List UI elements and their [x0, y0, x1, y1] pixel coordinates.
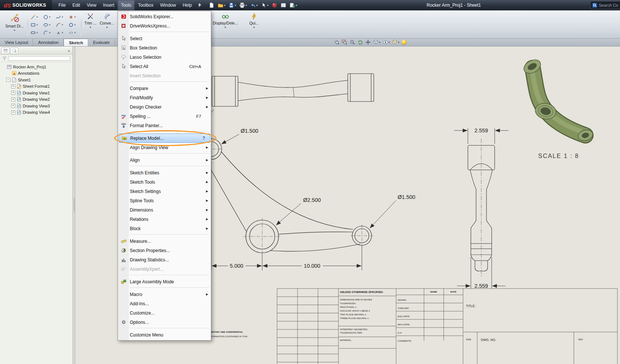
menu-item-sketch-entities[interactable]: Sketch Entities▶: [118, 168, 211, 177]
slot-tool-button[interactable]: ▾: [30, 30, 42, 36]
save-button[interactable]: ▾: [228, 2, 236, 8]
dropdown-caret-icon[interactable]: ▾: [296, 4, 297, 7]
menubar-item-window[interactable]: Window: [157, 0, 180, 10]
zoom-to-fit-button[interactable]: [334, 39, 340, 45]
tab-annotation[interactable]: Annotation: [33, 39, 64, 46]
new-document-button[interactable]: [209, 2, 215, 8]
menubar-item-tools[interactable]: Tools: [118, 0, 135, 10]
arc-tool-button[interactable]: ▾: [55, 22, 68, 28]
dropdown-caret-icon[interactable]: ▾: [235, 4, 236, 7]
pin-menu-icon[interactable]: [197, 3, 203, 8]
filter-input[interactable]: [8, 56, 70, 61]
drawing-sheet-button[interactable]: [280, 2, 286, 8]
menu-item-spline-tools[interactable]: Spline Tools▶: [118, 196, 211, 205]
help-icon[interactable]: ?: [202, 135, 205, 141]
menu-item-block[interactable]: Block▶: [118, 224, 211, 233]
dropdown-caret-icon[interactable]: ▾: [253, 26, 255, 29]
menu-item-sketch-settings[interactable]: Sketch Settings▶: [118, 187, 211, 196]
menu-item-align[interactable]: Align▶: [118, 155, 211, 165]
dropdown-caret-icon[interactable]: ▾: [36, 31, 38, 34]
quick-tips-ball-button[interactable]: [402, 40, 407, 45]
dropdown-caret-icon[interactable]: ▾: [74, 16, 76, 19]
menu-item-replace-model[interactable]: Replace Model...?: [119, 133, 210, 143]
mirror-tool-button[interactable]: ▾: [68, 30, 80, 36]
tree-item-sheet-format1[interactable]: +Sheet Format1: [0, 83, 73, 90]
text-tool-button[interactable]: A▾: [55, 30, 68, 36]
menubar-item-insert[interactable]: Insert: [100, 0, 118, 10]
expander-plus-icon[interactable]: +: [11, 97, 15, 102]
menubar-item-edit[interactable]: Edit: [69, 0, 84, 10]
dropdown-caret-icon[interactable]: ▾: [267, 4, 269, 7]
dropdown-caret-icon[interactable]: ▾: [49, 16, 51, 19]
menu-item-solidworks-explorer[interactable]: SolidWorks Explorer...: [118, 12, 211, 21]
menu-item-select-all[interactable]: Select AllCtrl+A: [118, 62, 211, 71]
featuremanager-tab[interactable]: [1, 47, 9, 54]
drawing-view-front[interactable]: [199, 137, 373, 255]
dropdown-caret-icon[interactable]: ▾: [74, 31, 76, 34]
dropdown-caret-icon[interactable]: ▾: [256, 4, 258, 7]
dropdown-caret-icon[interactable]: ▾: [389, 41, 390, 44]
expander-minus-icon[interactable]: −: [6, 78, 10, 82]
dimension-5000[interactable]: 5.000: [230, 263, 243, 269]
polygon-tool-button[interactable]: ▾: [68, 22, 80, 28]
open-button[interactable]: ▾: [218, 2, 225, 8]
expander-plus-icon[interactable]: +: [11, 110, 15, 115]
tree-item-drawing-view1[interactable]: +Drawing View1: [0, 90, 73, 96]
display-delete-relations-button[interactable]: Display/Dele... ▾: [213, 13, 238, 29]
search-input[interactable]: Search Co: [590, 1, 620, 9]
dropdown-caret-icon[interactable]: ▾: [74, 23, 76, 26]
dropdown-caret-icon[interactable]: ▾: [225, 26, 226, 29]
menu-item-box-selection[interactable]: Box Selection: [118, 43, 211, 52]
sheet-properties-button[interactable]: ▾: [289, 2, 297, 8]
spline-tool-button[interactable]: ▾: [55, 14, 68, 20]
point-tool-button[interactable]: ▾: [68, 14, 80, 20]
tree-item-sheet1[interactable]: −Sheet1: [0, 77, 73, 83]
dropdown-caret-icon[interactable]: ▾: [36, 16, 38, 19]
dimension-10000[interactable]: 10.000: [304, 263, 320, 269]
dimension-side-bottom[interactable]: 2.559: [475, 283, 488, 289]
dropdown-caret-icon[interactable]: ▾: [36, 23, 38, 26]
appearance-ball-button[interactable]: [272, 2, 277, 8]
display-style-button[interactable]: ▾: [373, 39, 380, 45]
print-button[interactable]: ▾: [239, 2, 247, 8]
hide-show-items-button[interactable]: ▾: [383, 39, 390, 45]
smart-dimension-button[interactable]: Smart Di... ▾: [3, 12, 26, 37]
tree-item-drawing-view2[interactable]: +Drawing View2: [0, 96, 73, 103]
dropdown-caret-icon[interactable]: ▾: [14, 29, 15, 32]
menu-item-section-properties[interactable]: Section Properties...: [118, 246, 211, 255]
menubar-item-view[interactable]: View: [83, 0, 100, 10]
menubar-item-help[interactable]: Help: [179, 0, 195, 10]
dropdown-caret-icon[interactable]: ▾: [245, 4, 247, 7]
menu-item-select[interactable]: Select: [118, 34, 211, 43]
menu-item-find-modify[interactable]: Find/Modify▶: [118, 93, 211, 102]
menu-item-invert-selection[interactable]: Invert Selection: [118, 71, 211, 80]
menu-item-lasso-selection[interactable]: Lasso Selection: [118, 52, 211, 62]
menu-item-options[interactable]: Options...: [118, 318, 211, 327]
dropdown-caret-icon[interactable]: ▾: [106, 26, 108, 29]
menu-item-design-checker[interactable]: Design Checker▶: [118, 102, 211, 112]
tree-item-drawing-view4[interactable]: +Drawing View4: [0, 109, 73, 116]
dropdown-caret-icon[interactable]: ▾: [49, 23, 51, 26]
expander-plus-icon[interactable]: +: [11, 91, 15, 95]
dropdown-caret-icon[interactable]: ▾: [62, 31, 63, 34]
menu-item-spelling[interactable]: ABCSpelling ...F7: [118, 112, 211, 121]
expander-plus-icon[interactable]: +: [11, 104, 15, 108]
line-tool-button[interactable]: ▾: [30, 14, 42, 20]
dropdown-caret-icon[interactable]: ▾: [62, 16, 63, 19]
ellipse-tool-button[interactable]: ▾: [42, 22, 55, 28]
tab-evaluate[interactable]: Evaluate: [88, 39, 115, 46]
tree-item-drawing-view3[interactable]: +Drawing View3: [0, 103, 73, 109]
view-orientation-button[interactable]: ▾: [392, 39, 399, 45]
tree-item-rocker-arm-proj1[interactable]: Rocker Arm_Proj1: [0, 64, 73, 70]
dimension-right-circle[interactable]: Ø1.500: [398, 194, 415, 200]
dimension-top-circle[interactable]: Ø1.500: [241, 128, 258, 134]
dropdown-caret-icon[interactable]: ▾: [379, 41, 380, 44]
select-cursor-button[interactable]: ▾: [261, 2, 269, 8]
menu-item-assemblyxpert[interactable]: AssemblyXpert...: [118, 264, 211, 274]
menu-item-format-painter[interactable]: Format Painter...: [118, 121, 211, 130]
zoom-area-button[interactable]: [342, 39, 347, 45]
dropdown-caret-icon[interactable]: ▾: [224, 4, 225, 7]
menubar-item-toolbox[interactable]: Toolbox: [135, 0, 157, 10]
dimension-side-top[interactable]: 2.559: [475, 128, 488, 133]
drawing-view-top-profile[interactable]: [212, 74, 374, 106]
